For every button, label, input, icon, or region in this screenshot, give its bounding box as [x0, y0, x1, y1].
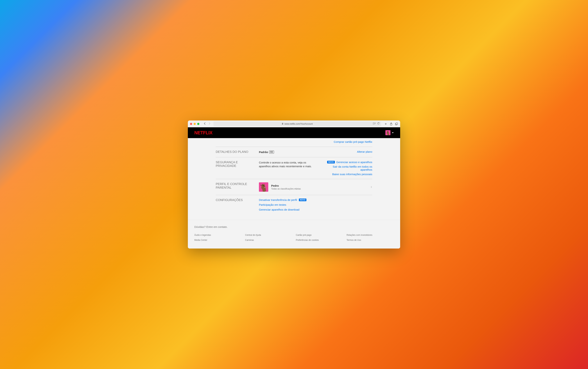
footer-links: Áudio e legendas Central de Ajuda Cartão…: [194, 234, 394, 241]
browser-chrome: www.netflix.com/YourAccount A: [188, 121, 400, 127]
profile-menu[interactable]: [385, 130, 394, 135]
nav-arrows: [204, 122, 210, 126]
section-config: CONFIGURAÇÕES Desativar transferência de…: [216, 195, 372, 214]
forward-button[interactable]: [208, 122, 210, 126]
account-container: Comprar cartão pré-pago Netflix DETALHES…: [216, 138, 372, 220]
address-bar[interactable]: www.netflix.com/YourAccount A: [213, 122, 381, 126]
section-security-label: SEGURANÇA E PRIVACIDADE: [216, 161, 255, 176]
tabs-icon[interactable]: [395, 123, 398, 125]
new-tab-icon[interactable]: [384, 123, 387, 125]
footer-link-terms[interactable]: Termos de Uso: [346, 239, 394, 241]
section-config-label: CONFIGURAÇÕES: [216, 198, 255, 211]
test-participation-link[interactable]: Participação em testes: [259, 203, 286, 206]
footer-link-media[interactable]: Media Center: [194, 239, 242, 241]
url-right-icons: A: [373, 122, 380, 125]
profile-row-avatar: [259, 182, 268, 192]
lock-icon: [282, 123, 284, 125]
change-plan-link[interactable]: Alterar plano: [357, 150, 372, 153]
section-plan-label: DETALHES DO PLANO: [216, 150, 255, 154]
footer-contact-link[interactable]: Dúvidas? Entre em contato.: [194, 225, 394, 228]
content-area: Comprar cartão pré-pago Netflix DETALHES…: [188, 138, 400, 248]
footer-link-audio[interactable]: Áudio e legendas: [194, 234, 242, 236]
browser-window: www.netflix.com/YourAccount A: [188, 121, 400, 248]
security-description: Controle o acesso a esta conta, veja os …: [259, 161, 316, 168]
section-plan: DETALHES DO PLANO Padrão HD Alterar plan…: [216, 147, 372, 157]
footer-link-help[interactable]: Central de Ajuda: [245, 234, 292, 236]
profile-row[interactable]: Pedro Todas as classificações etárias: [259, 182, 372, 192]
footer-link-cookies[interactable]: Preferências de cookies: [296, 239, 343, 241]
disable-transfer-link[interactable]: Desativar transferência de perfil: [259, 198, 297, 201]
back-button[interactable]: [204, 122, 206, 126]
profile-name: Pedro: [271, 184, 367, 187]
section-security: SEGURANÇA E PRIVACIDADE Controle o acess…: [216, 157, 372, 179]
profile-subtitle: Todas as classificações etárias: [271, 188, 367, 190]
footer-link-investors[interactable]: Relações com investidores: [346, 234, 394, 236]
avatar: [385, 130, 390, 135]
novo-badge: NOVO: [299, 198, 307, 201]
url-text: www.netflix.com/YourAccount: [284, 123, 313, 125]
profile-row-info: Pedro Todas as classificações etárias: [271, 184, 367, 190]
caret-down-icon: [392, 132, 394, 133]
top-link-row: Comprar cartão pré-pago Netflix: [216, 138, 372, 147]
manage-downloads-link[interactable]: Gerenciar aparelhos de download: [259, 208, 299, 211]
reload-icon[interactable]: [377, 122, 380, 125]
netflix-header: NETFLIX: [188, 127, 400, 138]
sign-out-all-link[interactable]: Sair da conta Netflix em todos os aparel…: [320, 165, 372, 171]
maximize-window-button[interactable]: [197, 123, 199, 125]
translate-icon[interactable]: A: [373, 123, 376, 125]
chevron-down-icon: [369, 186, 373, 188]
plan-name: Padrão: [259, 150, 268, 154]
close-window-button[interactable]: [190, 123, 192, 125]
section-profile-label: PERFIL E CONTROLE PARENTAL: [216, 182, 255, 192]
svg-point-10: [263, 185, 264, 186]
netflix-logo[interactable]: NETFLIX: [194, 130, 212, 135]
manage-access-link[interactable]: Gerenciar acesso e aparelhos: [336, 161, 372, 164]
footer-link-careers[interactable]: Carreiras: [245, 239, 292, 241]
share-icon[interactable]: [390, 123, 393, 125]
buy-gift-card-link[interactable]: Comprar cartão pré-pago Netflix: [334, 140, 372, 143]
hd-badge: HD: [269, 151, 274, 154]
minimize-window-button[interactable]: [194, 123, 196, 125]
svg-point-8: [388, 132, 388, 132]
chrome-right-icons: [384, 123, 398, 125]
download-info-link[interactable]: Baixe suas informações pessoais: [332, 173, 372, 176]
section-profile: PERFIL E CONTROLE PARENTAL: [216, 179, 372, 195]
footer: Dúvidas? Entre em contato. Áudio e legen…: [188, 220, 400, 248]
svg-rect-6: [396, 123, 398, 124]
window-controls: [190, 123, 199, 125]
novo-badge: NOVO: [327, 161, 335, 164]
svg-rect-0: [282, 123, 283, 125]
footer-link-giftcard[interactable]: Cartão pré-pago: [296, 234, 343, 236]
